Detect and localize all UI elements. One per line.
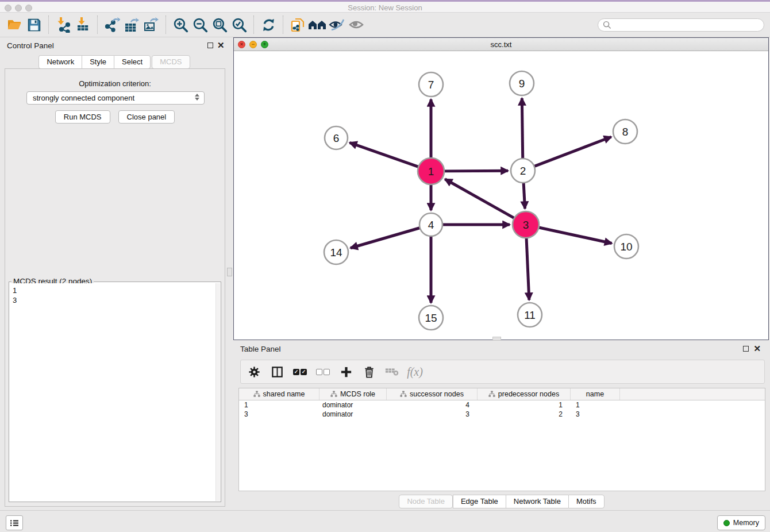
- export-table-button[interactable]: [122, 15, 141, 34]
- network-window-titlebar[interactable]: × − + scc.txt: [234, 38, 768, 51]
- zoom-selected-button[interactable]: [229, 15, 249, 34]
- refresh-icon: [261, 17, 276, 33]
- graph-node-label-6: 6: [333, 132, 340, 144]
- hide-selected-button[interactable]: [327, 15, 346, 34]
- graph-edge-4-14[interactable]: [351, 228, 422, 248]
- vertical-splitter-handle[interactable]: [227, 268, 232, 276]
- export-image-icon: [143, 17, 159, 33]
- float-panel-icon[interactable]: [207, 43, 213, 48]
- graph-edge-3-10[interactable]: [537, 227, 612, 243]
- graph-edge-2-8[interactable]: [533, 137, 611, 167]
- tab-motifs[interactable]: Motifs: [568, 495, 605, 508]
- houses-icon: [308, 17, 326, 32]
- graph-node-label-15: 15: [425, 312, 437, 324]
- table-panel-title: Table Panel: [240, 345, 281, 353]
- graph-edge-2-9[interactable]: [522, 98, 522, 160]
- graph-edge-3-11[interactable]: [526, 236, 529, 300]
- table-toolbar: ✓ ✓: [240, 360, 765, 384]
- column-header-shared-name[interactable]: shared name: [239, 388, 319, 400]
- import-network-icon: [55, 17, 71, 33]
- network-view-title: scc.txt: [234, 40, 768, 49]
- import-table-button[interactable]: [73, 15, 93, 34]
- export-image-button[interactable]: [141, 15, 161, 34]
- graph-node-label-10: 10: [620, 241, 632, 253]
- columns-icon[interactable]: [270, 364, 284, 379]
- horizontal-splitter-handle[interactable]: [492, 337, 501, 341]
- toolbar-separator: [165, 16, 166, 34]
- control-panel-header: Control Panel ✕: [0, 37, 229, 55]
- run-mcds-button[interactable]: Run MCDS: [55, 110, 110, 124]
- toolbar-separator: [253, 16, 254, 34]
- open-session-button[interactable]: [5, 15, 24, 34]
- graph-edge-1-2[interactable]: [442, 171, 508, 171]
- chevron-up-down-icon: [195, 94, 199, 101]
- show-all-button[interactable]: [346, 15, 366, 34]
- network-graph: 7968124314101511: [234, 51, 768, 340]
- export-network-icon: [104, 17, 120, 33]
- delete-table-icon[interactable]: [384, 364, 399, 379]
- network-from-selection-icon: [290, 17, 306, 33]
- zoom-in-button[interactable]: [171, 15, 190, 34]
- close-panel-button[interactable]: Close panel: [118, 110, 175, 124]
- graph-node-label-1: 1: [428, 165, 434, 178]
- column-header-name[interactable]: name: [571, 388, 620, 400]
- table-tabs: Node Table Edge Table Network Table Moti…: [233, 495, 770, 508]
- save-session-button[interactable]: [24, 15, 44, 34]
- select-all-icon[interactable]: ✓ ✓: [292, 364, 307, 379]
- graph-edge-3-1[interactable]: [445, 179, 515, 219]
- tab-select[interactable]: Select: [114, 55, 151, 69]
- hierarchy-icon: [253, 391, 260, 398]
- deselect-all-icon[interactable]: [315, 364, 330, 379]
- import-table-icon: [75, 17, 91, 33]
- zoom-out-button[interactable]: [190, 15, 210, 34]
- optimization-criterion-select[interactable]: strongly connected component: [26, 91, 205, 105]
- open-folder-icon: [6, 17, 22, 32]
- tab-mcds[interactable]: MCDS: [152, 55, 190, 69]
- search-icon: [603, 21, 611, 29]
- graph-edge-2-3[interactable]: [523, 181, 525, 209]
- zoom-fit-icon: [212, 17, 228, 33]
- search-input[interactable]: [598, 18, 764, 32]
- refresh-button[interactable]: [259, 15, 278, 34]
- column-header-predecessor-nodes[interactable]: predecessor nodes: [478, 388, 571, 400]
- column-header-successor-nodes[interactable]: successor nodes: [387, 388, 478, 400]
- tab-network[interactable]: Network: [38, 55, 82, 69]
- table-row[interactable]: 1 dominator 4 1 1: [239, 400, 765, 410]
- selected-option: strongly connected component: [33, 94, 134, 102]
- toolbar-separator: [97, 16, 98, 34]
- mcds-result-text[interactable]: 1 3: [9, 283, 215, 502]
- table-row[interactable]: 3 dominator 3 2 3: [239, 410, 765, 419]
- memory-status-icon: [723, 520, 730, 526]
- import-network-button[interactable]: [53, 15, 73, 34]
- column-header-mcds-role[interactable]: MCDS role: [319, 388, 387, 400]
- toolbar-separator: [48, 16, 49, 34]
- function-builder-icon[interactable]: f(x): [407, 364, 422, 379]
- hierarchy-icon: [488, 391, 495, 398]
- hierarchy-icon: [400, 391, 407, 398]
- float-table-panel-icon[interactable]: [743, 346, 749, 352]
- tab-style[interactable]: Style: [82, 55, 114, 69]
- graph-node-label-3: 3: [523, 219, 529, 231]
- task-history-button[interactable]: [6, 515, 23, 530]
- gear-icon[interactable]: [247, 364, 261, 379]
- tab-node-table[interactable]: Node Table: [399, 495, 453, 508]
- network-from-selection-button[interactable]: [288, 15, 307, 34]
- close-panel-icon[interactable]: ✕: [217, 43, 225, 48]
- memory-label: Memory: [733, 519, 759, 527]
- eye-icon: [348, 17, 365, 32]
- memory-button[interactable]: Memory: [717, 515, 765, 530]
- graph-node-label-9: 9: [519, 78, 525, 90]
- add-column-icon[interactable]: [338, 364, 353, 379]
- result-line: 1: [13, 286, 215, 295]
- result-scrollbar[interactable]: [215, 283, 220, 501]
- tab-network-table[interactable]: Network Table: [506, 495, 568, 508]
- first-neighbors-button[interactable]: [307, 15, 327, 34]
- graph-edge-1-6[interactable]: [350, 142, 421, 167]
- export-table-icon: [124, 17, 140, 33]
- export-network-button[interactable]: [102, 15, 122, 34]
- zoom-fit-button[interactable]: [210, 15, 229, 34]
- delete-column-icon[interactable]: [361, 364, 376, 379]
- network-canvas[interactable]: 7968124314101511: [234, 51, 768, 340]
- close-table-panel-icon[interactable]: ✕: [753, 346, 761, 352]
- tab-edge-table[interactable]: Edge Table: [453, 495, 506, 508]
